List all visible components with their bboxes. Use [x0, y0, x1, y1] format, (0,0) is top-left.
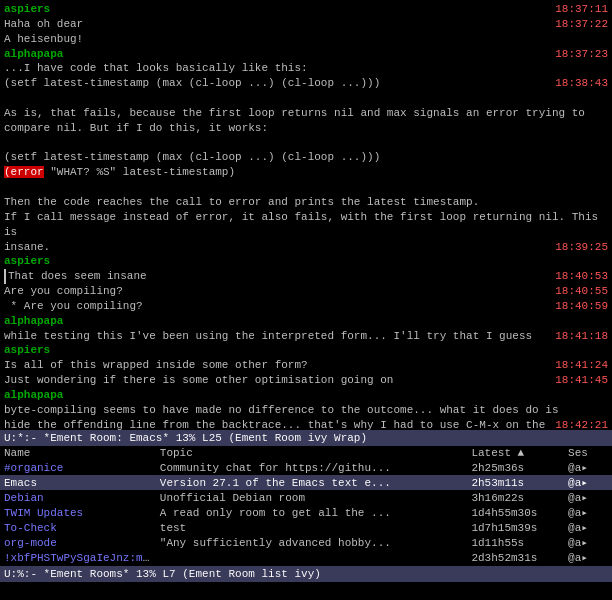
chat-line: Is all of this wrapped inside some other…	[4, 358, 608, 373]
room-ses: @a▸	[564, 475, 612, 490]
chat-line: A heisenbug!	[4, 32, 608, 47]
status-bar-1: U:*:- *Ement Room: Emacs* 13% L25 (Ement…	[0, 430, 612, 446]
timestamp: 18:37:22	[555, 17, 608, 32]
room-topic	[156, 550, 468, 565]
timestamp: 18:37:11	[555, 2, 608, 17]
col-header-topic: Topic	[156, 446, 468, 460]
room-link[interactable]: org-mode	[4, 537, 57, 549]
chat-line: If I call message instead of error, it a…	[4, 210, 608, 240]
table-row[interactable]: !xbfPHSTwPySgaIeJnz:ma...2d3h52m31s@a▸	[0, 550, 612, 565]
col-header-name: Name	[0, 446, 156, 460]
status-bar-2-text: U:%:- *Ement Rooms* 13% L7 (Ement Room l…	[4, 568, 321, 580]
room-topic: A read only room to get all the ...	[156, 505, 468, 520]
username: aspiers	[4, 344, 50, 356]
room-latest: 2d3h52m31s	[467, 550, 564, 565]
chat-message: aspiers	[4, 254, 608, 269]
chat-line: Just wondering if there is some other op…	[4, 373, 608, 388]
room-topic: test	[156, 520, 468, 535]
username: alphapapa	[4, 48, 63, 60]
room-ses: @a▸	[564, 460, 612, 475]
room-list-table: Name Topic Latest ▲ Ses #organiceCommuni…	[0, 446, 612, 566]
room-latest: 2h25m36s	[467, 460, 564, 475]
room-name[interactable]: TWIM Updates	[0, 505, 156, 520]
room-name[interactable]: #organice	[0, 460, 156, 475]
chat-line: byte-compiling seems to have made no dif…	[4, 403, 608, 418]
room-name[interactable]: Emacs	[0, 475, 156, 490]
chat-line: * Are you compiling? 18:40:59	[4, 299, 608, 314]
chat-line: That does seem insane 18:40:53	[4, 269, 608, 284]
table-row[interactable]: #organiceCommunity chat for https://gith…	[0, 460, 612, 475]
room-link[interactable]: To-Check	[4, 522, 57, 534]
col-header-latest: Latest ▲	[467, 446, 564, 460]
table-row[interactable]: DebianUnofficial Debian room3h16m22s@a▸	[0, 490, 612, 505]
chat-line	[4, 136, 608, 151]
table-row[interactable]: To-Checktest1d7h15m39s@a▸	[0, 520, 612, 535]
username: aspiers	[4, 3, 50, 15]
chat-line	[4, 180, 608, 195]
chat-line	[4, 91, 608, 106]
room-name[interactable]: org-mode	[0, 535, 156, 550]
timestamp: 18:41:45	[555, 373, 608, 388]
chat-line: Are you compiling? 18:40:55	[4, 284, 608, 299]
chat-line: Then the code reaches the call to error …	[4, 195, 608, 210]
room-link[interactable]: TWIM Updates	[4, 507, 83, 519]
room-name[interactable]: To-Check	[0, 520, 156, 535]
room-latest: 2h53m11s	[467, 475, 564, 490]
room-topic: "Any sufficiently advanced hobby...	[156, 535, 468, 550]
chat-message: aspiers	[4, 343, 608, 358]
chat-line: Haha oh dear 18:37:22	[4, 17, 608, 32]
timestamp: 18:42:21	[555, 418, 608, 430]
table-row[interactable]: org-mode"Any sufficiently advanced hobby…	[0, 535, 612, 550]
room-ses: @a▸	[564, 550, 612, 565]
room-latest: 1d4h55m30s	[467, 505, 564, 520]
status-bar-1-text: U:*:- *Ement Room: Emacs* 13% L25 (Ement…	[4, 432, 367, 444]
room-name[interactable]: !xbfPHSTwPySgaIeJnz:ma...	[0, 550, 156, 565]
chat-message: alphapapa	[4, 314, 608, 329]
chat-line: compare nil. But if I do this, it works:	[4, 121, 608, 136]
code-line: (setf latest-timestamp (max (cl-loop ...…	[4, 150, 608, 165]
chat-line: insane. 18:39:25	[4, 240, 608, 255]
code-line: (setf latest-timestamp (max (cl-loop ...…	[4, 76, 608, 91]
room-ses: @a▸	[564, 505, 612, 520]
timestamp: 18:38:43	[555, 76, 608, 91]
table-header-row: Name Topic Latest ▲ Ses	[0, 446, 612, 460]
timestamp: 18:37:23	[555, 47, 608, 62]
room-ses: @a▸	[564, 535, 612, 550]
timestamp: 18:40:55	[555, 284, 608, 299]
chat-area: aspiers 18:37:11 Haha oh dear 18:37:22 A…	[0, 0, 612, 430]
chat-message: alphapapa 18:37:23	[4, 47, 608, 62]
timestamp: 18:41:18	[555, 329, 608, 344]
username: aspiers	[4, 255, 50, 267]
room-link[interactable]: !xbfPHSTwPySgaIeJnz:ma...	[4, 552, 156, 564]
username: alphapapa	[4, 389, 63, 401]
chat-line: while testing this I've been using the i…	[4, 329, 608, 344]
room-topic: Version 27.1 of the Emacs text e...	[156, 475, 468, 490]
code-line: (error "WHAT? %S" latest-timestamp)	[4, 165, 608, 180]
timestamp: 18:39:25	[555, 240, 608, 255]
chat-line: ...I have code that looks basically like…	[4, 61, 608, 76]
table-row[interactable]: EmacsVersion 27.1 of the Emacs text e...…	[0, 475, 612, 490]
room-latest: 1d11h55s	[467, 535, 564, 550]
timestamp: 18:41:24	[555, 358, 608, 373]
room-list-area[interactable]: Name Topic Latest ▲ Ses #organiceCommuni…	[0, 446, 612, 566]
timestamp: 18:40:59	[555, 299, 608, 314]
room-ses: @a▸	[564, 490, 612, 505]
timestamp: 18:40:53	[555, 269, 608, 284]
chat-message: alphapapa	[4, 388, 608, 403]
table-row[interactable]: TWIM UpdatesA read only room to get all …	[0, 505, 612, 520]
room-latest: 1d7h15m39s	[467, 520, 564, 535]
chat-message: aspiers 18:37:11	[4, 2, 608, 17]
room-name[interactable]: Debian	[0, 490, 156, 505]
room-link[interactable]: Debian	[4, 492, 44, 504]
room-latest: 3h16m22s	[467, 490, 564, 505]
username: alphapapa	[4, 315, 63, 327]
room-topic: Unofficial Debian room	[156, 490, 468, 505]
room-ses: @a▸	[564, 520, 612, 535]
room-link[interactable]: #organice	[4, 462, 63, 474]
error-text: (error	[4, 166, 44, 178]
col-header-ses: Ses	[564, 446, 612, 460]
room-topic: Community chat for https://githu...	[156, 460, 468, 475]
status-bar-2: U:%:- *Ement Rooms* 13% L7 (Ement Room l…	[0, 566, 612, 582]
chat-line: As is, that fails, because the first loo…	[4, 106, 608, 121]
room-link[interactable]: Emacs	[4, 477, 37, 489]
